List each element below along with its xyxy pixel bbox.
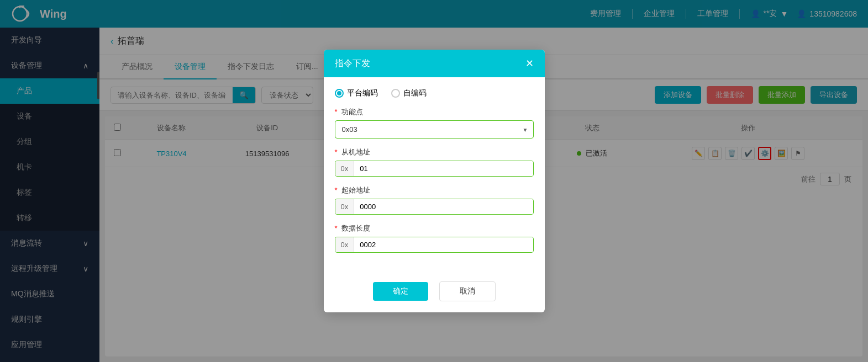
label-slave: * 从机地址 xyxy=(335,147,534,157)
select-wrapper-feature: 0x03 xyxy=(335,120,534,139)
startaddr-input-group: 0x xyxy=(335,199,534,215)
modal-title: 指令下发 xyxy=(335,58,370,70)
label-datalen: * 数据长度 xyxy=(335,223,534,233)
radio-custom-circle xyxy=(391,89,400,98)
required-star-datalen: * xyxy=(335,224,338,232)
modal-body: 平台编码 自编码 * 功能点 0x03 * xyxy=(324,77,545,273)
label-datalen-text: 数据长度 xyxy=(341,224,370,232)
radio-group: 平台编码 自编码 xyxy=(335,88,534,98)
modal-close-button[interactable]: ✕ xyxy=(525,57,534,70)
cancel-button[interactable]: 取消 xyxy=(439,281,496,301)
datalen-input-group: 0x xyxy=(335,237,534,253)
required-star-slave: * xyxy=(335,148,338,156)
radio-platform-label: 平台编码 xyxy=(347,88,378,98)
feature-select[interactable]: 0x03 xyxy=(335,120,534,139)
label-startaddr-text: 起始地址 xyxy=(341,186,370,194)
label-feature-text: 功能点 xyxy=(341,108,363,116)
form-group-startaddr: * 起始地址 0x xyxy=(335,185,534,215)
slave-input[interactable] xyxy=(354,161,533,176)
required-star-startaddr: * xyxy=(335,186,338,194)
radio-platform-circle xyxy=(335,89,344,98)
radio-custom[interactable]: 自编码 xyxy=(391,88,427,98)
form-group-slave: * 从机地址 0x xyxy=(335,147,534,177)
required-star: * xyxy=(335,108,338,116)
startaddr-prefix: 0x xyxy=(335,199,355,214)
confirm-button[interactable]: 确定 xyxy=(373,282,428,301)
label-feature: * 功能点 xyxy=(335,107,534,117)
form-group-datalen: * 数据长度 0x xyxy=(335,223,534,253)
label-slave-text: 从机地址 xyxy=(341,148,370,156)
datalen-input[interactable] xyxy=(354,237,533,252)
form-group-feature: * 功能点 0x03 xyxy=(335,107,534,139)
slave-prefix: 0x xyxy=(335,161,355,176)
label-startaddr: * 起始地址 xyxy=(335,185,534,195)
modal-header: 指令下发 ✕ xyxy=(324,50,545,77)
startaddr-input[interactable] xyxy=(354,199,533,214)
radio-platform[interactable]: 平台编码 xyxy=(335,88,378,98)
modal-footer: 确定 取消 xyxy=(324,273,545,312)
datalen-prefix: 0x xyxy=(335,237,355,252)
slave-input-group: 0x xyxy=(335,161,534,177)
radio-custom-label: 自编码 xyxy=(403,88,427,98)
modal-overlay: 指令下发 ✕ 平台编码 自编码 * 功能点 xyxy=(0,0,868,362)
command-modal: 指令下发 ✕ 平台编码 自编码 * 功能点 xyxy=(324,50,545,312)
